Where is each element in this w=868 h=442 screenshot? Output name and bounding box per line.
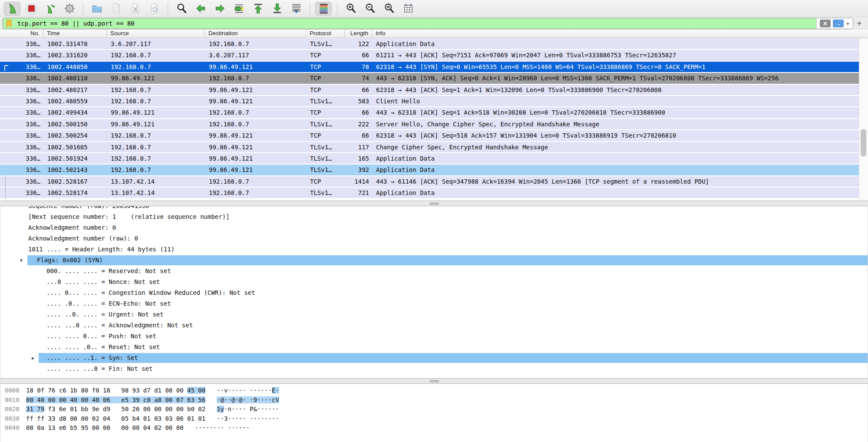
splitter-handle[interactable]: [429, 380, 439, 383]
column-header-source[interactable]: Source: [107, 30, 205, 38]
packet-row[interactable]: 336…1002.52817413.107.42.14192.168.0.7TL…: [0, 188, 859, 198]
hex-byte[interactable]: 40: [92, 396, 99, 403]
ascii-char[interactable]: c: [272, 396, 275, 403]
hex-byte[interactable]: 6e: [59, 406, 66, 412]
ascii-char[interactable]: ·: [221, 415, 224, 422]
hex-byte[interactable]: 04: [143, 424, 151, 431]
hex-byte[interactable]: 93: [132, 387, 140, 394]
hex-byte[interactable]: 06: [103, 396, 110, 403]
packet-row[interactable]: 336…1002.448050192.168.0.799.86.49.121TC…: [0, 62, 859, 72]
zoom-out-button[interactable]: [362, 2, 378, 16]
column-header-destination[interactable]: Destination: [205, 30, 306, 38]
hex-byte[interactable]: 80: [81, 387, 88, 394]
hex-byte[interactable]: 03: [165, 415, 172, 422]
hex-byte[interactable]: 40: [70, 396, 77, 403]
hex-row[interactable]: 0030ff ff 33 d8 00 00 02 04 05 b4 01 03 …: [5, 414, 868, 424]
hex-byte[interactable]: 79: [37, 406, 44, 412]
ascii-char[interactable]: ·: [221, 424, 224, 431]
hex-byte[interactable]: 0f: [37, 387, 44, 394]
zoom-in-button[interactable]: [343, 2, 359, 16]
hex-byte[interactable]: b5: [70, 424, 77, 431]
hex-byte[interactable]: b0: [187, 406, 195, 412]
hex-byte[interactable]: d1: [154, 387, 162, 394]
collapse-toggle-icon[interactable]: ▼: [20, 255, 23, 266]
hex-byte[interactable]: ff: [37, 415, 44, 422]
ascii-char[interactable]: ·: [235, 387, 238, 394]
hex-byte[interactable]: 02: [154, 424, 162, 431]
ascii-char[interactable]: &: [254, 406, 257, 412]
hex-byte[interactable]: 00: [26, 396, 33, 403]
detail-line[interactable]: .... 0... .... = Congestion Window Reduc…: [0, 287, 868, 298]
filter-bookmark-button[interactable]: [3, 18, 14, 29]
hex-byte[interactable]: 08: [26, 424, 33, 431]
ascii-char[interactable]: ·: [217, 415, 220, 422]
ascii-char[interactable]: ·: [272, 415, 275, 422]
column-header-info[interactable]: Info: [372, 30, 868, 38]
packet-row[interactable]: 336…1002.48011099.86.49.121192.168.0.7TC…: [0, 73, 859, 83]
ascii-char[interactable]: ·: [242, 396, 246, 403]
ascii-char[interactable]: ·: [268, 415, 271, 422]
ascii-char[interactable]: ·: [195, 424, 198, 431]
hex-byte[interactable]: 39: [132, 396, 140, 403]
ascii-char[interactable]: ·: [261, 396, 264, 403]
ascii-char[interactable]: ·: [242, 415, 246, 422]
ascii-char[interactable]: ·: [217, 396, 220, 403]
hex-byte[interactable]: 01: [187, 415, 195, 422]
ascii-char[interactable]: ·: [254, 387, 257, 394]
filter-history-button[interactable]: ▾: [846, 21, 850, 26]
ascii-char[interactable]: ·: [272, 406, 275, 412]
hex-byte[interactable]: c0: [143, 396, 151, 403]
hex-byte[interactable]: c6: [59, 387, 66, 394]
ascii-char[interactable]: ·: [217, 387, 220, 394]
hex-byte[interactable]: 00: [132, 424, 140, 431]
packet-row[interactable]: 336…1002.331620192.168.0.73.6.207.117TCP…: [0, 50, 859, 60]
detail-line[interactable]: ▶.... .... ..1. = Syn: Set: [0, 353, 868, 363]
ascii-char[interactable]: ·: [246, 424, 250, 431]
add-filter-expression-button[interactable]: +: [853, 18, 865, 29]
ascii-char[interactable]: ·: [235, 396, 238, 403]
open-capture-file-button[interactable]: [89, 2, 105, 16]
hex-byte[interactable]: a8: [154, 396, 162, 403]
ascii-char[interactable]: ·: [275, 406, 279, 412]
ascii-char[interactable]: ·: [235, 415, 238, 422]
hex-byte[interactable]: 26: [132, 406, 140, 412]
ascii-char[interactable]: ·: [242, 424, 246, 431]
ascii-char[interactable]: V: [275, 396, 279, 403]
ascii-char[interactable]: ·: [228, 396, 231, 403]
detail-line[interactable]: 000. .... .... = Reserved: Not set: [0, 266, 868, 277]
expand-toggle-icon[interactable]: ▶: [32, 353, 34, 363]
last-packet-button[interactable]: [269, 2, 285, 16]
packet-row[interactable]: 336…1002.502143192.168.0.799.86.49.121TL…: [0, 165, 859, 175]
hex-byte[interactable]: 00: [176, 424, 184, 431]
detail-line[interactable]: .... .... ...0 = Fin: Not set: [0, 363, 868, 374]
detail-line[interactable]: ▼Flags: 0x002 (SYN): [0, 255, 868, 266]
packet-row[interactable]: 336…1002.3314783.6.207.117192.168.0.7TLS…: [0, 39, 859, 49]
ascii-char[interactable]: n: [228, 406, 231, 412]
ascii-char[interactable]: ·: [217, 424, 220, 431]
ascii-char[interactable]: ·: [235, 406, 238, 412]
detail-line[interactable]: Acknowledgment number (raw): 0: [0, 233, 868, 244]
hex-byte[interactable]: 00: [48, 396, 56, 403]
find-packet-button[interactable]: [173, 2, 190, 16]
hex-byte[interactable]: 01: [198, 415, 205, 422]
packet-row[interactable]: 336…1002.500254192.168.0.799.86.49.121TC…: [0, 130, 859, 141]
ascii-char[interactable]: ·: [239, 415, 242, 422]
colorize-packets-button[interactable]: [315, 2, 332, 16]
ascii-char[interactable]: ·: [268, 396, 271, 403]
ascii-char[interactable]: P: [250, 406, 253, 412]
ascii-char[interactable]: ·: [261, 415, 264, 422]
ascii-char[interactable]: ·: [202, 424, 205, 431]
auto-scroll-live-button[interactable]: [288, 2, 304, 16]
detail-line[interactable]: .... .... 0... = Push: Not set: [0, 331, 868, 342]
hex-row[interactable]: 000018 0f 76 c6 1b 80 f0 18 98 93 d7 d1 …: [5, 386, 868, 396]
ascii-char[interactable]: ·: [221, 387, 224, 394]
packet-row[interactable]: 336…1002.52816713.107.42.14192.168.0.7TC…: [0, 176, 859, 187]
column-header-time[interactable]: Time: [43, 30, 107, 38]
hex-byte[interactable]: 76: [48, 387, 56, 394]
detail-line[interactable]: [Next sequence number: 1 (relative seque…: [0, 211, 868, 222]
ascii-char[interactable]: ·: [242, 387, 246, 394]
detail-line[interactable]: .... ..0. .... = Urgent: Not set: [0, 309, 868, 320]
display-filter-input[interactable]: tcp.port == 80 || udp.port == 80 ✕ → ▾: [3, 18, 853, 29]
hex-byte[interactable]: d7: [143, 387, 151, 394]
ascii-char[interactable]: E: [272, 387, 275, 394]
